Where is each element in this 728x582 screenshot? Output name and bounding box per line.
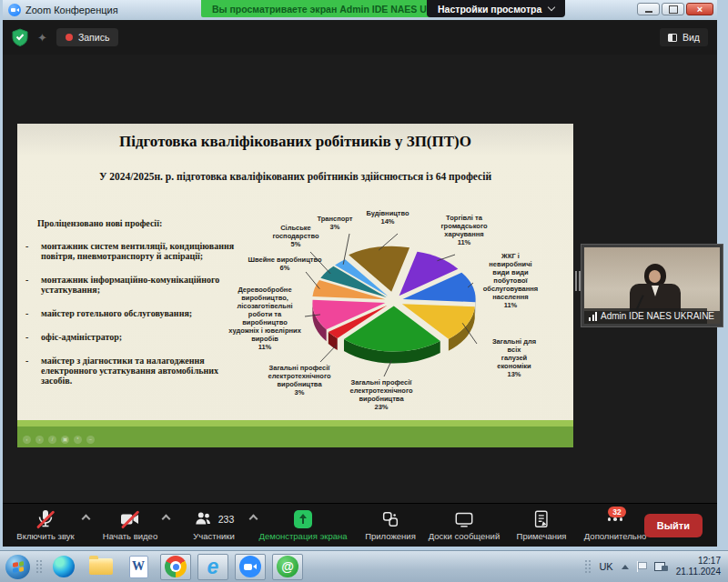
list-item: -майстер готельного обслуговування; — [25, 308, 249, 318]
slide-bullet-list: Проліцензовано нові професії: -монтажник… — [25, 218, 249, 399]
pie-slice-label: Загальні професії електротехнічного виро… — [349, 378, 412, 411]
sparkle-icon[interactable]: ✦ — [37, 31, 47, 45]
slide-title: Підготовка кваліфікованих робітників у З… — [17, 133, 573, 151]
maximize-button[interactable] — [662, 3, 684, 15]
clock-time: 12:17 — [676, 556, 721, 567]
participants-icon — [194, 509, 214, 529]
participant-name-tag: Admin IDE NAES UKRAINE — [584, 308, 707, 324]
participants-button[interactable]: 233 Участники — [164, 508, 264, 541]
prev-slide-icon[interactable]: ‹ — [23, 436, 31, 444]
security-shield-icon[interactable] — [12, 28, 28, 46]
desktop: Zoom Конференция Вы просматриваете экран… — [0, 0, 728, 582]
list-item: -офіс-адміністратор; — [25, 332, 249, 342]
explorer-folder-icon[interactable] — [86, 554, 116, 580]
slide-subtitle: У 2024/2025н. р. підготовка кваліфікован… — [26, 171, 564, 182]
bullet-text: майстер з діагностики та налагодження ел… — [41, 356, 249, 386]
bullet-marker: - — [25, 308, 41, 318]
meeting-controls-bar: Включить звук Начать видео 233 Участники — [3, 503, 717, 547]
record-dot-icon — [66, 34, 73, 41]
bullet-text: монтажник систем вентиляції, кондиціюван… — [41, 241, 249, 261]
pen-icon[interactable]: / — [48, 436, 56, 444]
tray-flag-icon[interactable] — [637, 561, 646, 572]
show-hidden-icon[interactable] — [622, 565, 629, 569]
app-identity: Zoom Конференция — [8, 4, 118, 16]
zoom-taskbar-icon[interactable] — [235, 554, 266, 580]
participants-count: 233 — [218, 514, 235, 525]
edge-icon[interactable] — [48, 554, 79, 580]
pie-slice-label: Будівництво 14% — [366, 209, 409, 226]
shared-screen-area: Підготовка кваліфікованих робітників у З… — [3, 55, 717, 503]
zoom-meeting-window: Zoom Конференция Вы просматриваете экран… — [0, 0, 728, 550]
slide-footer-bar: ‹ › / ▣ * − — [17, 420, 573, 447]
pie-slice-label: Швейне виробництво 6% — [248, 256, 321, 272]
clock-date: 21.11.2024 — [676, 567, 721, 577]
mailru-agent-icon[interactable] — [272, 554, 303, 580]
presentation-slide: Підготовка кваліфікованих робітників у З… — [17, 124, 573, 447]
tray-network-icon[interactable] — [654, 561, 668, 572]
bullet-text: майстер готельного обслуговування; — [41, 308, 192, 318]
pie-slice-label: Загальні для всіх галузей економіки 13% — [485, 337, 544, 378]
tray-grip — [585, 560, 591, 573]
view-layout-icon — [668, 34, 677, 42]
window-controls: × — [637, 3, 713, 15]
view-settings-label: Настройки просмотра — [438, 4, 541, 15]
window-titlebar: Zoom Конференция Вы просматриваете экран… — [3, 0, 717, 20]
bullet-marker: - — [25, 241, 41, 261]
view-label: Вид — [682, 32, 700, 43]
leave-meeting-button[interactable]: Выйти — [644, 514, 703, 537]
window-title: Zoom Конференция — [25, 5, 118, 15]
share-screen-button[interactable]: Демонстрация экрана — [253, 508, 353, 541]
record-label: Запись — [78, 32, 109, 43]
view-button[interactable]: Вид — [660, 28, 708, 46]
bullet-marker: - — [25, 356, 41, 386]
meeting-toolbar: ✦ Запись Вид — [3, 20, 717, 55]
pie-slice-label: Сільське господарство 5% — [272, 224, 318, 248]
language-indicator[interactable]: UK — [599, 561, 612, 572]
system-tray: UK 12:17 21.11.2024 — [585, 556, 723, 577]
bullet-marker: - — [25, 275, 41, 295]
zoom-tool-icon[interactable]: * — [74, 436, 82, 444]
taskbar-grip — [36, 560, 42, 573]
view-settings-dropdown[interactable]: Настройки просмотра — [427, 0, 565, 17]
taskbar-clock[interactable]: 12:17 21.11.2024 — [676, 556, 723, 577]
word-icon[interactable] — [123, 554, 154, 580]
start-orb-icon[interactable] — [5, 555, 30, 579]
presenter-tools: ‹ › / ▣ * − — [23, 436, 95, 444]
next-slide-icon[interactable]: › — [35, 436, 44, 444]
more-dots-icon — [608, 517, 623, 521]
grid-icon[interactable]: ▣ — [61, 436, 69, 444]
minus-icon[interactable]: − — [86, 436, 95, 444]
audio-level-icon — [589, 312, 597, 321]
pie-slice-label: Загальні професії електротехнічного виро… — [268, 364, 330, 396]
zoom-app-icon — [8, 4, 21, 16]
pie-slice-label: Транспорт 3% — [317, 215, 352, 231]
record-indicator[interactable]: Запись — [56, 28, 118, 46]
participant-video-tile[interactable]: Admin IDE NAES UKRAINE — [581, 244, 723, 327]
list-item: -монтажник інформаційно-комунікаційного … — [25, 275, 249, 295]
windows-taskbar: e UK 12:17 21.11.2024 — [0, 550, 728, 582]
bullet-text: монтажник інформаційно-комунікаційного у… — [41, 275, 249, 295]
list-item: -майстер з діагностики та налагодження е… — [25, 356, 249, 386]
close-button[interactable]: × — [686, 3, 713, 15]
chevron-down-icon — [548, 4, 555, 11]
pie-slice-label: Торгівлі та громадського харчування 11% — [440, 214, 487, 246]
notification-badge: 32 — [608, 507, 625, 517]
bullet-text: офіс-адміністратор; — [41, 332, 122, 342]
minimize-button[interactable] — [637, 3, 660, 15]
list-item: -монтажник систем вентиляції, кондиціюва… — [25, 241, 249, 261]
screen-share-icon — [294, 510, 312, 528]
ie-icon[interactable]: e — [197, 554, 228, 580]
pie-slice-label: ЖКГ і невиробничі види види побутової об… — [480, 252, 542, 309]
bullet-marker: - — [25, 332, 41, 342]
chrome-icon[interactable] — [160, 554, 191, 580]
bullet-list-heading: Проліцензовано нові професії: — [37, 218, 249, 228]
participant-name: Admin IDE NAES UKRAINE — [601, 311, 714, 321]
